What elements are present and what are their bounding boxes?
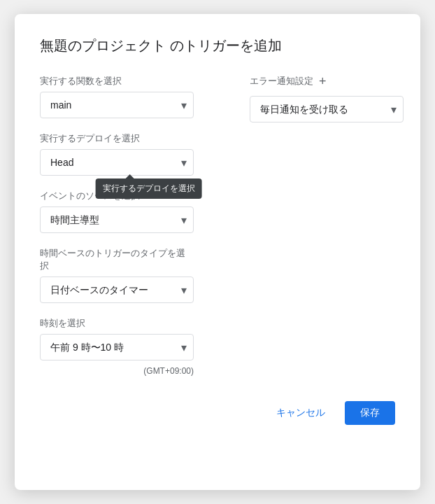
deploy-tooltip: 実行するデプロイを選択 xyxy=(96,178,202,199)
trigger-type-select[interactable]: 日付ベースのタイマー xyxy=(40,276,194,303)
notification-select[interactable]: 毎日通知を受け取る xyxy=(250,96,404,122)
function-field-group: 実行する関数を選択 main ▾ xyxy=(40,75,194,118)
deploy-label: 実行するデプロイを選択 xyxy=(40,132,194,145)
time-label: 時刻を選択 xyxy=(40,317,194,330)
function-select-wrapper: main ▾ xyxy=(40,92,194,118)
function-select[interactable]: main xyxy=(40,92,194,118)
event-select[interactable]: 時間主導型 xyxy=(40,206,194,233)
time-select-wrapper: 午前 9 時〜10 時 ▾ xyxy=(40,334,194,360)
add-notification-icon[interactable]: + xyxy=(319,75,327,88)
deploy-select-wrapper: Head ▾ xyxy=(40,149,194,176)
cancel-button[interactable]: キャンセル xyxy=(265,401,336,425)
error-notification-label: エラー通知設定 xyxy=(250,75,313,88)
notification-select-wrapper: 毎日通知を受け取る ▾ xyxy=(250,96,404,122)
dialog-title: 無題のプロジェクト のトリガーを追加 xyxy=(40,36,395,55)
timezone-note: (GMT+09:00) xyxy=(40,366,194,376)
right-column: エラー通知設定 + 毎日通知を受け取る ▾ xyxy=(250,75,404,376)
dialog: 無題のプロジェクト のトリガーを追加 実行する関数を選択 main ▾ 実行する… xyxy=(15,14,420,490)
deploy-field-group: 実行するデプロイを選択 Head ▾ 実行するデプロイを選択 xyxy=(40,132,194,176)
trigger-type-select-wrapper: 日付ベースのタイマー ▾ xyxy=(40,276,194,303)
trigger-type-label: 時間ベースのトリガーのタイプを選択 xyxy=(40,247,194,272)
error-notification-header: エラー通知設定 + xyxy=(250,75,404,88)
deploy-tooltip-wrapper: Head ▾ 実行するデプロイを選択 xyxy=(40,149,194,176)
left-column: 実行する関数を選択 main ▾ 実行するデプロイを選択 Head ▾ xyxy=(40,75,194,376)
dialog-footer: キャンセル 保存 xyxy=(40,401,395,425)
dialog-body: 実行する関数を選択 main ▾ 実行するデプロイを選択 Head ▾ xyxy=(40,75,395,376)
function-label: 実行する関数を選択 xyxy=(40,75,194,88)
deploy-select[interactable]: Head xyxy=(40,149,194,176)
event-select-wrapper: 時間主導型 ▾ xyxy=(40,206,194,233)
time-select[interactable]: 午前 9 時〜10 時 xyxy=(40,334,194,360)
trigger-type-field-group: 時間ベースのトリガーのタイプを選択 日付ベースのタイマー ▾ xyxy=(40,247,194,303)
time-field-group: 時刻を選択 午前 9 時〜10 時 ▾ (GMT+09:00) xyxy=(40,317,194,376)
save-button[interactable]: 保存 xyxy=(345,401,395,425)
